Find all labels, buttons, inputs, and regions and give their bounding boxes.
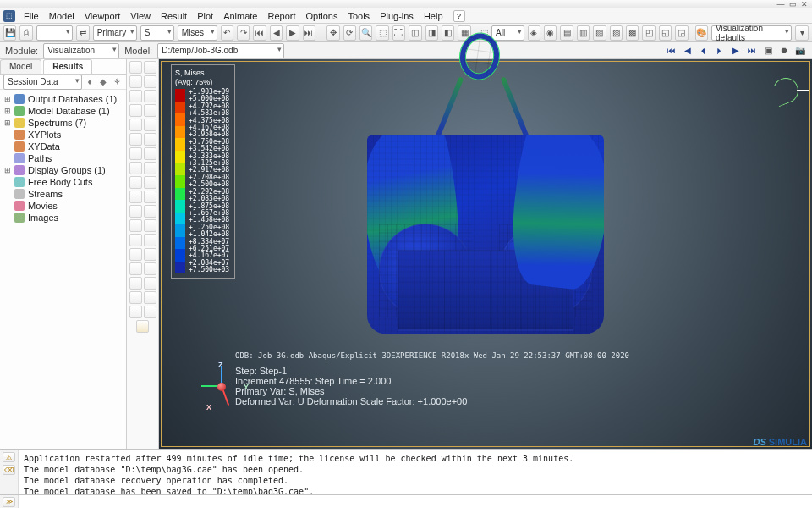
sel6-icon[interactable]: ▨: [610, 25, 623, 41]
tree-filter-icon[interactable]: ⚘: [111, 76, 123, 88]
pb-record-icon[interactable]: ⏺: [777, 45, 791, 57]
sel9-icon[interactable]: ◱: [659, 25, 672, 41]
toolbox-button[interactable]: [129, 234, 142, 246]
cli-toggle-icon[interactable]: ≫: [3, 497, 15, 507]
toolbox-button[interactable]: [144, 190, 156, 203]
invariant-combo[interactable]: Mises: [178, 25, 217, 41]
menu-tools[interactable]: Tools: [343, 11, 375, 21]
toolbox-button[interactable]: [144, 262, 156, 275]
prev-frame-icon[interactable]: ◀: [270, 25, 283, 41]
cli-input[interactable]: [19, 495, 812, 508]
tree-node[interactable]: ⊞Model Database (1): [2, 105, 124, 117]
zoom-icon[interactable]: 🔍: [359, 25, 372, 41]
expander-icon[interactable]: ⊞: [3, 119, 11, 127]
position-combo[interactable]: Primary: [93, 25, 137, 41]
boxzoom-icon[interactable]: ⬚: [376, 25, 388, 41]
tree-node[interactable]: ⊞Output Databases (1): [2, 93, 124, 105]
results-tree[interactable]: ⊞Output Databases (1)⊞Model Database (1)…: [0, 90, 126, 449]
toolbox-button[interactable]: [129, 176, 142, 189]
toolbox-button[interactable]: [144, 277, 156, 290]
viz-defaults-combo[interactable]: Visualization defaults: [711, 25, 792, 41]
expander-icon[interactable]: ⊞: [3, 107, 11, 115]
menu-result[interactable]: Result: [156, 11, 192, 21]
session-data-combo[interactable]: Session Data: [3, 75, 82, 90]
view1-icon[interactable]: ◫: [409, 25, 421, 41]
field-output-combo[interactable]: [36, 25, 73, 41]
toolbox-button[interactable]: [129, 262, 142, 275]
tree-node[interactable]: Free Body Cuts: [2, 176, 124, 188]
view3-icon[interactable]: ◧: [442, 25, 454, 41]
sel3-icon[interactable]: ▤: [560, 25, 573, 41]
view2-icon[interactable]: ◨: [425, 25, 438, 41]
pan-icon[interactable]: ✥: [326, 25, 339, 41]
toolbox-button[interactable]: [129, 219, 142, 232]
menu-plot[interactable]: Plot: [192, 11, 218, 21]
expander-icon[interactable]: ⊞: [3, 95, 11, 103]
toolbox-button[interactable]: [144, 162, 156, 174]
toolbox-button[interactable]: [129, 190, 142, 203]
view-triad[interactable]: Z Y X: [200, 364, 244, 408]
tree-node[interactable]: Images: [2, 212, 124, 224]
tree-node[interactable]: XYPlots: [2, 129, 124, 141]
pb-next-icon[interactable]: ⏵: [713, 45, 727, 57]
toolbox-button[interactable]: [144, 306, 156, 318]
tab-model[interactable]: Model: [0, 59, 41, 74]
eyedropper-tool-icon[interactable]: [136, 320, 149, 333]
menu-animate[interactable]: Animate: [218, 11, 262, 21]
context-help-icon[interactable]: ?: [453, 10, 465, 22]
viewport[interactable]: S, Mises (Avg: 75%) +1.903e+09+5.000e+08…: [159, 59, 812, 449]
toolbox-button[interactable]: [144, 61, 156, 74]
tree-node[interactable]: ⊞Spectrums (7): [2, 117, 124, 129]
sel1-icon[interactable]: ◈: [528, 25, 540, 41]
tree-expand-icon[interactable]: ◆: [97, 76, 109, 88]
toolbox-button[interactable]: [129, 90, 142, 102]
toolbox-button[interactable]: [129, 104, 142, 117]
menu-model[interactable]: Model: [44, 11, 80, 21]
pb-last-icon[interactable]: ⏭: [745, 45, 759, 57]
pb-first-icon[interactable]: ⏮: [665, 45, 678, 57]
model-combo[interactable]: D:/temp/Job-3G.odb: [157, 43, 284, 58]
next-frame-icon[interactable]: ▶: [286, 25, 299, 41]
rotate-icon[interactable]: ⟳: [343, 25, 356, 41]
close-button[interactable]: ✕: [800, 1, 809, 8]
variable-combo[interactable]: S: [140, 25, 174, 41]
sel8-icon[interactable]: ◰: [642, 25, 655, 41]
undo-icon[interactable]: ↶: [221, 25, 233, 41]
minimize-button[interactable]: —: [776, 1, 785, 8]
maximize-button[interactable]: ▭: [788, 1, 797, 8]
tab-results[interactable]: Results: [43, 59, 92, 74]
pb-snap-icon[interactable]: ▣: [761, 45, 775, 57]
toolbox-button[interactable]: [129, 162, 142, 174]
toolbox-button[interactable]: [144, 176, 156, 189]
toolbox-button[interactable]: [144, 147, 156, 160]
first-frame-icon[interactable]: ⏮: [253, 25, 266, 41]
tree-node[interactable]: Streams: [2, 188, 124, 200]
menu-file[interactable]: File: [19, 11, 44, 21]
toolbox-button[interactable]: [129, 61, 142, 74]
pb-prevplay-icon[interactable]: ◀: [681, 45, 694, 57]
toolbox-button[interactable]: [144, 248, 156, 261]
sel7-icon[interactable]: ▩: [626, 25, 639, 41]
toolbox-button[interactable]: [129, 119, 142, 131]
toolbox-button[interactable]: [129, 133, 142, 146]
pb-cam-icon[interactable]: 📷: [793, 45, 807, 57]
sel10-icon[interactable]: ◲: [675, 25, 688, 41]
sel4-icon[interactable]: ▥: [577, 25, 590, 41]
toolbox-button[interactable]: [144, 291, 156, 304]
redo-icon[interactable]: ↷: [237, 25, 250, 41]
sel5-icon[interactable]: ▧: [593, 25, 606, 41]
pb-prev-icon[interactable]: ⏴: [697, 45, 710, 57]
menu-viewport[interactable]: Viewport: [80, 11, 126, 21]
tool-print-icon[interactable]: ⎙: [19, 25, 32, 41]
last-frame-icon[interactable]: ⏭: [303, 25, 315, 41]
toolbox-button[interactable]: [144, 219, 156, 232]
tree-node[interactable]: Paths: [2, 152, 124, 164]
toolbox-button[interactable]: [144, 205, 156, 218]
toolbox-button[interactable]: [144, 104, 156, 117]
module-combo[interactable]: Visualization: [43, 43, 119, 58]
sel2-icon[interactable]: ◉: [544, 25, 557, 41]
viz-extra-icon[interactable]: ▾: [795, 25, 808, 41]
toolbox-button[interactable]: [144, 90, 156, 102]
sync-icon[interactable]: ⇄: [76, 25, 89, 41]
toolbox-button[interactable]: [129, 205, 142, 218]
